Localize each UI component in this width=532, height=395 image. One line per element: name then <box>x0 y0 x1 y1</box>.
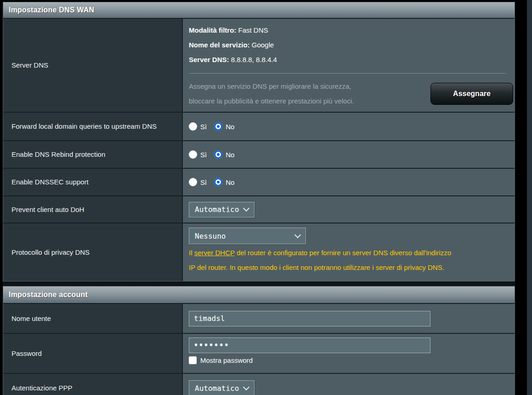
dns-privacy-label: Protocollo di privacy DNS <box>3 223 183 281</box>
username-label: Nome utente <box>3 304 183 333</box>
radio-no-label: No <box>226 123 234 131</box>
dhcp-server-link[interactable]: server DHCP <box>194 249 235 257</box>
dns-servers-line: Server DNS: 8.8.8.8, 8.8.4.4 <box>189 56 515 63</box>
radio-yes[interactable] <box>189 150 197 159</box>
filter-mode-label: Modalità filtro: <box>189 26 236 34</box>
forward-queries-row: Forward local domain queries to upstream… <box>3 112 515 140</box>
service-name-label: Nome del servizio: <box>189 41 250 49</box>
chevron-down-icon <box>294 231 301 238</box>
radio-yes-label: Sì <box>200 123 207 131</box>
radio-no[interactable] <box>214 122 222 131</box>
username-row: Nome utente <box>3 303 515 333</box>
filter-mode-value: Fast DNS <box>236 26 268 34</box>
service-name-line: Nome del servizio: Google <box>189 41 515 49</box>
dnssec-label: Enable DNSSEC support <box>3 169 183 195</box>
chevron-down-icon <box>243 384 249 390</box>
radio-yes-label: Sì <box>200 178 207 186</box>
username-input[interactable] <box>189 311 430 326</box>
dnssec-row: Enable DNSSEC support Sì No <box>3 168 515 195</box>
settings-page: Impostazione DNS WAN Server DNS Modalità… <box>3 2 515 395</box>
ppp-auth-select-value: Automatico <box>195 384 239 393</box>
doh-row: Prevent client auto DoH Automatico <box>3 195 515 223</box>
show-password-label: Mostra password <box>200 356 253 364</box>
ppp-auth-row: Autenticazione PPP Automatico <box>3 373 515 395</box>
right-edge-strip <box>527 0 532 395</box>
doh-label: Prevent client auto DoH <box>3 196 183 223</box>
dns-privacy-select-value: Nessuno <box>195 232 226 240</box>
dns-privacy-row: Protocollo di privacy DNS Nessuno Il ser… <box>3 223 515 281</box>
radio-yes[interactable] <box>189 178 197 186</box>
show-password-checkbox[interactable] <box>189 356 197 364</box>
server-dns-label: Server DNS <box>3 19 183 112</box>
dns-settings-table: Impostazione DNS WAN Server DNS Modalità… <box>3 2 515 281</box>
account-settings-table: Impostazione account Nome utente Passwor… <box>3 286 515 395</box>
divider <box>189 73 506 74</box>
forward-queries-label: Forward local domain queries to upstream… <box>3 113 183 140</box>
account-settings-title: Impostazione account <box>3 286 515 303</box>
assign-button[interactable]: Assegnare <box>430 83 513 105</box>
doh-select[interactable]: Automatico <box>189 202 255 218</box>
password-input[interactable] <box>189 338 430 353</box>
doh-select-value: Automatico <box>195 205 239 214</box>
service-name-value: Google <box>250 41 274 49</box>
radio-yes[interactable] <box>189 122 197 131</box>
radio-no-label: No <box>226 178 234 186</box>
radio-no[interactable] <box>214 178 222 186</box>
server-dns-row: Server DNS Modalità filtro: Fast DNS Nom… <box>3 18 515 112</box>
dns-service-description: Assegna un servizio DNS per migliorare l… <box>189 79 354 109</box>
dns-rebind-row: Enable DNS Rebind protection Sì No <box>3 140 515 168</box>
radio-yes-label: Sì <box>200 151 207 159</box>
password-label: Password <box>3 334 183 373</box>
dns-privacy-select[interactable]: Nessuno <box>189 228 306 244</box>
password-row: Password Mostra password <box>3 333 515 373</box>
ppp-auth-label: Autenticazione PPP <box>3 374 183 395</box>
server-dns-value-cell: Modalità filtro: Fast DNS Nome del servi… <box>183 19 515 112</box>
ppp-auth-select[interactable]: Automatico <box>189 380 255 395</box>
filter-mode-line: Modalità filtro: Fast DNS <box>189 26 515 34</box>
dhcp-warning-text: Il server DHCP del router è configurato … <box>189 246 515 275</box>
chevron-down-icon <box>243 205 249 212</box>
radio-no-label: No <box>226 151 234 159</box>
dns-servers-label: Server DNS: <box>189 56 229 63</box>
dns-rebind-label: Enable DNS Rebind protection <box>3 141 183 168</box>
dns-servers-value: 8.8.8.8, 8.8.4.4 <box>229 56 277 63</box>
section-gap <box>3 281 515 286</box>
dns-settings-title: Impostazione DNS WAN <box>3 2 515 18</box>
radio-no[interactable] <box>214 150 222 159</box>
